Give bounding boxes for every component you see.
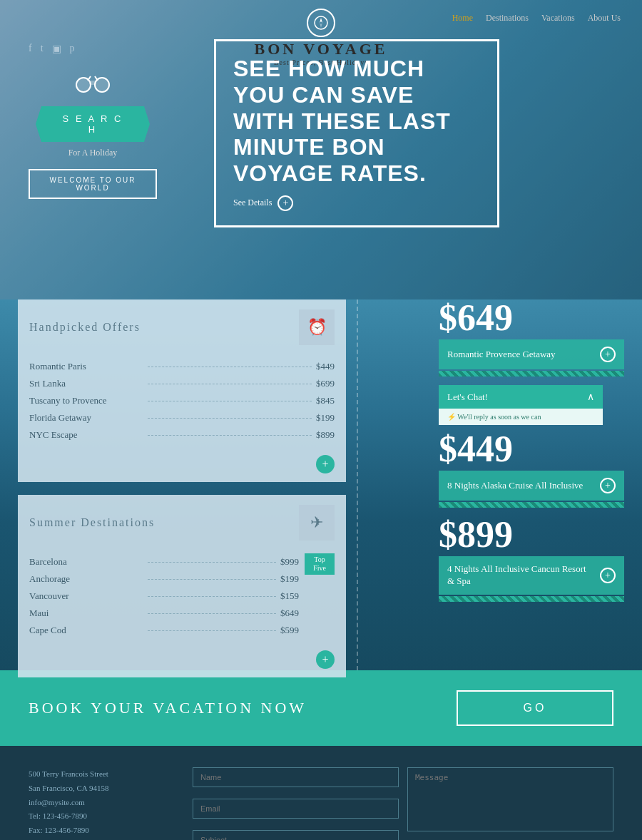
stripe-3 bbox=[439, 596, 624, 602]
offer-name: Cape Cod bbox=[29, 625, 143, 636]
chat-chevron-icon[interactable]: ∧ bbox=[587, 391, 594, 403]
offer-name: Barcelona bbox=[29, 556, 143, 568]
nav-home[interactable]: Home bbox=[452, 13, 473, 24]
summer-list: Barcelona $999 Anchorage $199 Vancouver bbox=[18, 548, 346, 645]
handpicked-list: Romantic Paris $449 Sri Lanka $699 Tusca… bbox=[18, 352, 346, 449]
price-card-plus-3[interactable]: + bbox=[600, 568, 616, 583]
facebook-icon[interactable]: f bbox=[29, 43, 32, 55]
price-title-3: 4 Nights All Inclusive Cancun Resort & S… bbox=[447, 563, 594, 588]
dots bbox=[148, 418, 312, 419]
handpicked-icon: ⏰ bbox=[299, 309, 335, 345]
big-price-2: $449 bbox=[439, 431, 624, 468]
summer-header: Summer Destinations ✈ bbox=[18, 495, 346, 548]
price-block-2: $449 8 Nights Alaska Cruise All Inclusiv… bbox=[439, 431, 624, 508]
price-card-plus-1[interactable]: + bbox=[600, 347, 616, 362]
svg-marker-1 bbox=[320, 18, 322, 23]
hero-box: SEE HOW MUCH YOU CAN SAVE WITH THESE LAS… bbox=[214, 39, 499, 227]
footer-subject-input[interactable] bbox=[193, 830, 399, 840]
chat-body: ⚡ We'll reply as soon as we can bbox=[439, 409, 603, 425]
header: BON VOYAGE Best Prices, Best Holidays Ho… bbox=[0, 0, 642, 299]
dots bbox=[148, 579, 276, 580]
price-card-plus-2[interactable]: + bbox=[600, 478, 616, 493]
offer-price: $649 bbox=[280, 608, 299, 619]
chat-header: Let's Chat! ∧ bbox=[439, 385, 603, 409]
top-five-badge: Top Five bbox=[305, 553, 335, 575]
search-subtext: For A Holiday bbox=[18, 148, 168, 158]
offer-price: $845 bbox=[316, 395, 335, 406]
price-card-1: Romantic Provence Getaway + bbox=[439, 339, 624, 369]
search-button[interactable]: S E A R C H bbox=[36, 106, 150, 142]
offer-price: $599 bbox=[280, 625, 299, 636]
binoculars-icon bbox=[18, 69, 168, 101]
welcome-button[interactable]: WELCOME TO OUR WORLD bbox=[29, 169, 157, 199]
footer-address: 500 Terry Francois Street San Francisco,… bbox=[29, 767, 171, 840]
footer-message-input[interactable] bbox=[407, 767, 613, 831]
summer-row-maui: Maui $649 bbox=[29, 605, 299, 622]
summer-icon: ✈ bbox=[299, 505, 335, 541]
big-price-3: $899 bbox=[439, 516, 624, 553]
footer-grid: 500 Terry Francois Street San Francisco,… bbox=[29, 767, 613, 840]
offer-row-nyc: NYC Escape $899 bbox=[29, 426, 335, 444]
dots bbox=[148, 596, 276, 597]
footer-name-input[interactable] bbox=[193, 767, 399, 787]
offer-name: Sri Lanka bbox=[29, 378, 143, 389]
offer-name: Tuscany to Provence bbox=[29, 395, 143, 406]
chat-widget: Let's Chat! ∧ ⚡ We'll reply as soon as w… bbox=[439, 385, 603, 425]
svg-rect-5 bbox=[89, 81, 96, 85]
left-sidebar: f t ▣ p S E A R C H For A Holiday WELCOM… bbox=[18, 43, 168, 199]
book-title: BOOK YOUR VACATION NOW bbox=[29, 699, 307, 717]
chat-title: Let's Chat! bbox=[447, 391, 488, 403]
offer-row-florida: Florida Getaway $199 bbox=[29, 409, 335, 426]
price-title-2: 8 Nights Alaska Cruise All Inclusive bbox=[447, 480, 583, 492]
handpicked-header: Handpicked Offers ⏰ bbox=[18, 299, 346, 352]
left-panels: Handpicked Offers ⏰ Romantic Paris $449 … bbox=[18, 299, 346, 690]
stripe-1 bbox=[439, 371, 624, 377]
price-title-1: Romantic Provence Getaway bbox=[447, 349, 556, 361]
footer: 500 Terry Francois Street San Francisco,… bbox=[0, 746, 642, 840]
see-details-row: See Details + bbox=[233, 195, 480, 211]
big-price-1: $649 bbox=[439, 299, 624, 337]
go-button[interactable]: GO bbox=[457, 690, 613, 726]
offer-name: Anchorage bbox=[29, 573, 143, 585]
offer-name: NYC Escape bbox=[29, 429, 143, 441]
compass-icon bbox=[307, 9, 335, 37]
summer-row-barcelona: Barcelona $999 bbox=[29, 553, 299, 570]
summer-row-capecod: Cape Cod $599 bbox=[29, 622, 299, 639]
handpicked-plus-row: + bbox=[18, 449, 346, 473]
footer-email-input[interactable] bbox=[193, 799, 399, 819]
dashed-divider bbox=[357, 299, 358, 670]
address-city: San Francisco, CA 94158 bbox=[29, 782, 171, 796]
offer-row-srilanka: Sri Lanka $699 bbox=[29, 375, 335, 392]
offer-name: Romantic Paris bbox=[29, 361, 143, 372]
dots bbox=[148, 435, 312, 436]
address-fax: Fax: 123-456-7890 bbox=[29, 824, 171, 838]
offer-name: Florida Getaway bbox=[29, 412, 143, 424]
nav-links: Home Destinations Vacations About Us bbox=[452, 13, 621, 24]
summer-row-vancouver: Vancouver $159 bbox=[29, 588, 299, 605]
pinterest-icon[interactable]: p bbox=[70, 43, 75, 55]
offer-price: $999 bbox=[280, 556, 299, 568]
hero-title: SEE HOW MUCH YOU CAN SAVE WITH THESE LAS… bbox=[233, 56, 480, 187]
twitter-icon[interactable]: t bbox=[41, 43, 44, 55]
handpicked-plus-button[interactable]: + bbox=[316, 455, 335, 473]
svg-marker-2 bbox=[320, 23, 322, 28]
nav-about[interactable]: About Us bbox=[588, 13, 621, 24]
nav-destinations[interactable]: Destinations bbox=[486, 13, 529, 24]
dots bbox=[148, 384, 312, 384]
price-card-3: 4 Nights All Inclusive Cancun Resort & S… bbox=[439, 556, 624, 595]
offer-price: $199 bbox=[280, 573, 299, 585]
offer-price: $159 bbox=[280, 590, 299, 602]
price-block-3: $899 4 Nights All Inclusive Cancun Resor… bbox=[439, 516, 624, 602]
instagram-icon[interactable]: ▣ bbox=[52, 43, 61, 55]
dots bbox=[148, 401, 312, 401]
social-icons: f t ▣ p bbox=[29, 43, 168, 55]
main-section: Handpicked Offers ⏰ Romantic Paris $449 … bbox=[0, 299, 642, 670]
summer-row-anchorage: Anchorage $199 bbox=[29, 570, 299, 588]
offer-price: $699 bbox=[316, 378, 335, 389]
summer-plus-button[interactable]: + bbox=[316, 650, 335, 669]
handpicked-panel: Handpicked Offers ⏰ Romantic Paris $449 … bbox=[18, 299, 346, 482]
nav-vacations[interactable]: Vacations bbox=[541, 13, 575, 24]
see-details-text[interactable]: See Details bbox=[233, 198, 272, 208]
dots bbox=[148, 613, 276, 614]
see-details-plus[interactable]: + bbox=[277, 195, 293, 211]
